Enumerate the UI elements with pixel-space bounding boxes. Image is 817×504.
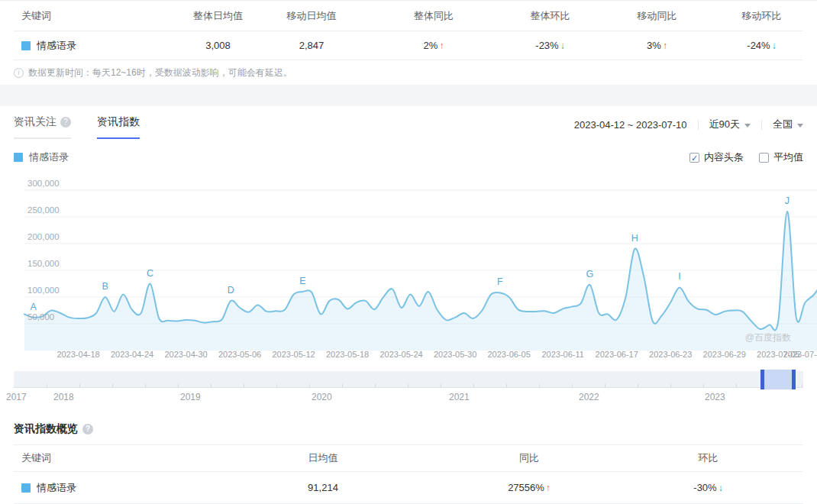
keyword-color-swatch bbox=[21, 483, 31, 493]
slider-tick bbox=[736, 384, 737, 387]
date-range[interactable]: 2023-04-12 ~ 2023-07-10 bbox=[574, 119, 687, 131]
col-overall-daily-avg: 整体日均值 bbox=[174, 9, 262, 23]
svg-text:250,000: 250,000 bbox=[27, 205, 60, 215]
svg-text:100,000: 100,000 bbox=[27, 286, 60, 295]
svg-text:D: D bbox=[228, 285, 234, 296]
svg-text:2023-05-06: 2023-05-06 bbox=[218, 350, 261, 359]
slider-tick bbox=[572, 384, 573, 387]
slider-tick bbox=[375, 384, 376, 387]
keyword-label: 情感语录 bbox=[37, 39, 76, 53]
col-mom: 环比 bbox=[613, 451, 803, 465]
slider-tick bbox=[244, 384, 244, 387]
slider-tick bbox=[441, 384, 441, 387]
keyword-cell[interactable]: 情感语录 bbox=[14, 481, 201, 495]
change-value: -30% bbox=[693, 482, 716, 493]
svg-text:150,000: 150,000 bbox=[27, 259, 60, 268]
slider-selection-range[interactable] bbox=[760, 370, 796, 389]
tab-zixun-zhishu[interactable]: 资讯指数 bbox=[97, 115, 140, 139]
checkbox-checked-icon[interactable] bbox=[689, 153, 699, 163]
tab-label: 资讯关注 bbox=[14, 115, 57, 129]
up-arrow-icon: ↑ bbox=[439, 40, 444, 51]
separator bbox=[761, 120, 762, 130]
svg-text:2023-04-24: 2023-04-24 bbox=[111, 350, 153, 359]
svg-text:I: I bbox=[678, 271, 680, 282]
region-dropdown[interactable]: 全国 bbox=[773, 118, 803, 131]
note-text: 数据更新时间：每天12~16时，受数据波动影响，可能会有延迟。 bbox=[28, 66, 292, 79]
svg-text:2023-06-23: 2023-06-23 bbox=[649, 350, 692, 359]
yoy-value: 27556%↑ bbox=[445, 482, 613, 493]
year-label: 2019 bbox=[180, 392, 201, 402]
svg-text:C: C bbox=[147, 268, 153, 279]
svg-text:B: B bbox=[102, 281, 108, 292]
baidu-index-watermark: @百度指数 bbox=[745, 331, 791, 344]
svg-text:50,000: 50,000 bbox=[27, 312, 54, 321]
slider-tick bbox=[670, 384, 671, 387]
legend-item-keyword[interactable]: 情感语录 bbox=[14, 150, 69, 164]
year-label: 2023 bbox=[705, 392, 725, 402]
down-arrow-icon: ↓ bbox=[560, 40, 565, 51]
slider-tick bbox=[802, 384, 802, 387]
svg-text:2023-06-05: 2023-06-05 bbox=[488, 350, 531, 359]
slider-track[interactable] bbox=[14, 371, 803, 388]
trend-chart[interactable]: 50,000100,000150,000200,000250,000300,00… bbox=[14, 166, 803, 360]
help-icon[interactable]: ? bbox=[60, 117, 71, 128]
tab-label: 资讯指数 bbox=[97, 115, 140, 129]
slider-tick bbox=[145, 384, 146, 387]
change-value: 27556% bbox=[508, 482, 544, 493]
checkbox-unchecked-icon[interactable] bbox=[759, 153, 769, 163]
year-label: 2022 bbox=[579, 392, 599, 402]
year-label: 2020 bbox=[312, 392, 332, 402]
timeline-slider: 2017201820192020202120222023 bbox=[14, 371, 803, 408]
tab-zixun-guanzhu[interactable]: 资讯关注 ? bbox=[14, 115, 71, 139]
slider-tick bbox=[112, 384, 113, 387]
legend-bar: 情感语录 内容头条 平均值 bbox=[14, 150, 803, 165]
overview-title-row: 资讯指数概览 ? bbox=[14, 420, 803, 438]
col-keyword: 关键词 bbox=[14, 451, 201, 465]
overview-title: 资讯指数概览 bbox=[14, 422, 78, 436]
daily-avg-value: 91,214 bbox=[201, 482, 445, 493]
up-arrow-icon: ↑ bbox=[546, 483, 551, 493]
toggle-average[interactable]: 平均值 bbox=[759, 150, 803, 164]
col-overall-mom: 整体环比 bbox=[506, 9, 594, 23]
slider-tick bbox=[769, 384, 770, 387]
keyword-color-swatch bbox=[21, 41, 31, 50]
up-arrow-icon: ↑ bbox=[663, 40, 667, 51]
help-icon[interactable]: ? bbox=[82, 424, 93, 435]
svg-text:200,000: 200,000 bbox=[27, 232, 60, 241]
down-arrow-icon: ↓ bbox=[719, 483, 723, 493]
svg-text:2023-06-11: 2023-06-11 bbox=[541, 350, 583, 359]
period-dropdown[interactable]: 近90天 bbox=[709, 118, 751, 131]
toggle-content-headlines[interactable]: 内容头条 bbox=[689, 150, 744, 164]
col-mobile-mom: 移动环比 bbox=[720, 9, 803, 23]
svg-text:2023-06-17: 2023-06-17 bbox=[596, 350, 638, 359]
trend-tabbar: 资讯关注 ? 资讯指数 2023-04-12 ~ 2023-07-10 近90天… bbox=[14, 115, 803, 139]
series-toggles: 内容头条 平均值 bbox=[689, 150, 803, 164]
region-label: 全国 bbox=[773, 118, 793, 131]
legend-label: 情感语录 bbox=[29, 150, 69, 164]
chevron-down-icon bbox=[797, 124, 803, 128]
slider-year-labels: 2017201820192020202120222023 bbox=[14, 388, 803, 405]
overview-table-row: 情感语录 91,214 27556%↑ -30%↓ bbox=[14, 472, 803, 504]
info-icon: i bbox=[14, 68, 24, 78]
slider-tick bbox=[47, 384, 47, 387]
slider-tick bbox=[638, 384, 638, 387]
mobile-yoy-value: 3%↑ bbox=[594, 40, 720, 51]
svg-text:2023-06-29: 2023-06-29 bbox=[703, 350, 746, 359]
svg-text:E: E bbox=[299, 276, 305, 286]
slider-tick bbox=[506, 384, 507, 387]
slider-tick bbox=[473, 384, 474, 387]
slider-tick bbox=[309, 384, 310, 387]
col-yoy: 同比 bbox=[445, 451, 613, 465]
change-value: -23% bbox=[535, 40, 558, 51]
tabs: 资讯关注 ? 资讯指数 bbox=[14, 115, 140, 139]
toggle-label: 内容头条 bbox=[704, 150, 744, 164]
svg-text:2023-05-12: 2023-05-12 bbox=[272, 350, 315, 359]
baidu-index-page: 关键词 整体日均值 移动日均值 整体同比 整体环比 移动同比 移动环比 情感语录… bbox=[0, 0, 817, 504]
svg-text:2023-05-24: 2023-05-24 bbox=[379, 350, 422, 359]
chart-controls: 2023-04-12 ~ 2023-07-10 近90天 全国 bbox=[574, 115, 803, 131]
mom-value: -30%↓ bbox=[613, 482, 803, 493]
col-daily-avg: 日均值 bbox=[201, 451, 445, 465]
keyword-cell[interactable]: 情感语录 bbox=[14, 39, 174, 53]
toggle-label: 平均值 bbox=[773, 150, 803, 164]
area-chart-svg[interactable]: 50,000100,000150,000200,000250,000300,00… bbox=[14, 166, 817, 360]
